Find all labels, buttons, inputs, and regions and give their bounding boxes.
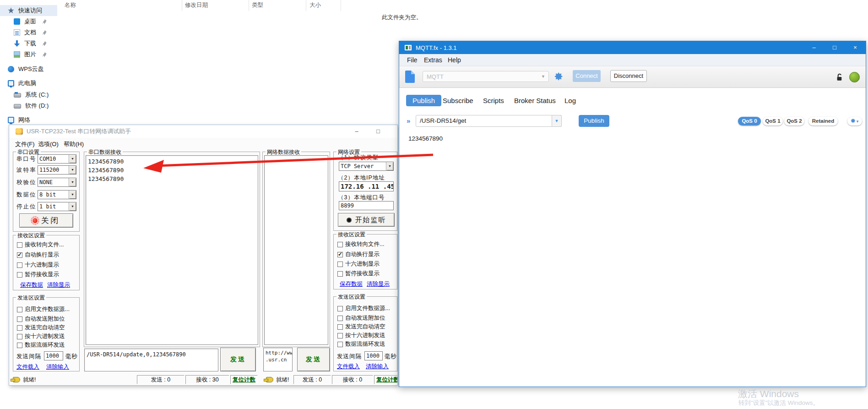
sidebar-item-pictures[interactable]: 图片 bbox=[0, 49, 57, 60]
checkbox-icon[interactable] bbox=[17, 325, 22, 331]
qos2-button[interactable]: QoS 2 bbox=[784, 117, 804, 125]
serial-send-input[interactable]: /USR-DR514/update,0,1234567890 bbox=[84, 349, 218, 371]
checkbox-icon[interactable] bbox=[17, 262, 22, 268]
data-bits-select[interactable]: 8 bit▼ bbox=[38, 190, 76, 199]
usr-titlebar[interactable]: USR-TCP232-Test 串口转网络调试助手 bbox=[9, 125, 397, 138]
serial-reset-count-link[interactable]: 复位计数 bbox=[230, 375, 258, 384]
column-divider[interactable] bbox=[306, 0, 306, 11]
sidebar-item-quick-access[interactable]: 快速访问 bbox=[0, 5, 57, 16]
net-recv-textarea[interactable] bbox=[264, 155, 328, 345]
com-port-select[interactable]: COM10▼ bbox=[38, 154, 76, 164]
close-icon[interactable]: × bbox=[848, 43, 862, 52]
sidebar-item-this-pc[interactable]: 此电脑 bbox=[0, 78, 57, 89]
unlock-icon[interactable] bbox=[835, 73, 844, 82]
menu-file[interactable]: 文件(F) bbox=[15, 140, 35, 148]
clear-input-link[interactable]: 清除输入 bbox=[366, 363, 389, 371]
retained-button[interactable]: Retained bbox=[808, 117, 838, 125]
load-file-link[interactable]: 文件载入 bbox=[16, 363, 39, 371]
parity-select[interactable]: NONE▼ bbox=[38, 178, 76, 187]
loop-send-checkbox[interactable]: 数据流循环发送 bbox=[337, 341, 385, 348]
checkbox-icon[interactable] bbox=[337, 262, 343, 267]
sidebar-item-network[interactable]: 网络 bbox=[0, 115, 57, 125]
tab-publish[interactable]: Publish bbox=[406, 95, 441, 106]
save-data-link[interactable]: 保存数据 bbox=[20, 281, 43, 289]
recv-to-file-checkbox[interactable]: 接收转向文件... bbox=[17, 241, 64, 248]
menu-file[interactable]: File bbox=[407, 56, 418, 64]
gear-icon[interactable] bbox=[553, 72, 563, 82]
local-ip-input[interactable]: 172.16 .11 .45 bbox=[339, 181, 394, 191]
close-port-button[interactable]: 关闭 bbox=[19, 213, 73, 228]
serial-send-button[interactable]: 发送 bbox=[220, 348, 256, 371]
clear-input-link[interactable]: 清除输入 bbox=[46, 363, 69, 371]
maximize-icon[interactable]: □ bbox=[371, 128, 385, 136]
new-profile-icon[interactable] bbox=[405, 71, 415, 83]
topic-dropdown-button[interactable]: ▼ bbox=[552, 115, 562, 127]
sidebar-item-desktop[interactable]: 桌面 bbox=[0, 16, 57, 27]
chevron-down-icon[interactable]: ▼ bbox=[69, 155, 76, 163]
send-as-hex-checkbox[interactable]: 按十六进制发送 bbox=[337, 332, 385, 339]
sidebar-item-drive-d[interactable]: 软件 (D:) bbox=[0, 100, 57, 111]
load-file-link[interactable]: 文件载入 bbox=[337, 363, 360, 371]
clear-after-send-checkbox[interactable]: 发送完自动清空 bbox=[17, 324, 65, 331]
auto-send-append-checkbox[interactable]: 自动发送附加位 bbox=[337, 315, 385, 322]
recv-to-file-checkbox[interactable]: 接收转向文件... bbox=[337, 241, 384, 248]
menu-help[interactable]: Help bbox=[448, 56, 461, 64]
profile-select[interactable]: MQTT ▼ bbox=[423, 71, 549, 82]
baud-rate-select[interactable]: 115200▼ bbox=[38, 165, 76, 175]
file-data-source-checkbox[interactable]: 启用文件数据源... bbox=[337, 305, 390, 312]
hex-display-checkbox[interactable]: 十六进制显示 bbox=[337, 261, 380, 267]
auto-wrap-checkbox[interactable]: 自动换行显示 bbox=[17, 251, 59, 258]
chevron-down-icon[interactable]: ▼ bbox=[69, 178, 76, 186]
topic-input[interactable]: /USR-DR514/get bbox=[416, 115, 552, 127]
column-divider[interactable] bbox=[249, 0, 249, 11]
clear-display-link[interactable]: 清除显示 bbox=[367, 280, 390, 288]
menu-extras[interactable]: Extras bbox=[424, 56, 442, 64]
hex-display-checkbox[interactable]: 十六进制显示 bbox=[17, 262, 59, 268]
checkbox-icon[interactable] bbox=[337, 271, 343, 277]
net-send-input[interactable]: http://www .usr.cn bbox=[263, 348, 293, 371]
chevron-down-icon[interactable]: ▼ bbox=[69, 202, 76, 211]
column-modified[interactable]: 修改日期 bbox=[185, 1, 208, 9]
checkbox-icon[interactable] bbox=[17, 334, 22, 339]
close-icon[interactable]: × bbox=[393, 128, 398, 136]
checkbox-icon[interactable] bbox=[337, 316, 343, 321]
sidebar-item-drive-c[interactable]: 系统 (C:) bbox=[0, 89, 57, 100]
send-interval-input[interactable]: 1000 bbox=[364, 351, 383, 360]
column-type[interactable]: 类型 bbox=[252, 1, 263, 9]
start-listen-button[interactable]: 开始监听 bbox=[338, 213, 395, 227]
tab-scripts[interactable]: Scripts bbox=[483, 97, 504, 104]
qos0-button[interactable]: QoS 0 bbox=[738, 117, 761, 125]
protocol-select[interactable]: TCP Server▼ bbox=[339, 162, 394, 171]
checkbox-icon[interactable] bbox=[17, 252, 22, 258]
checkbox-icon[interactable] bbox=[337, 324, 343, 330]
sidebar-item-wps-cloud[interactable]: WPS云盘 bbox=[0, 64, 57, 75]
column-size[interactable]: 大小 bbox=[309, 1, 321, 9]
checkbox-icon[interactable] bbox=[337, 306, 343, 311]
tab-subscribe[interactable]: Subscribe bbox=[443, 97, 473, 104]
net-send-button[interactable]: 发送 bbox=[297, 348, 330, 371]
column-divider[interactable] bbox=[182, 0, 182, 11]
checkbox-icon[interactable] bbox=[17, 316, 22, 322]
sidebar-item-documents[interactable]: 文档 bbox=[0, 27, 57, 38]
checkbox-icon[interactable] bbox=[17, 242, 22, 248]
menu-options[interactable]: 选项(O) bbox=[38, 140, 59, 148]
checkbox-icon[interactable] bbox=[17, 343, 22, 348]
checkbox-icon[interactable] bbox=[337, 333, 343, 338]
chevron-down-icon[interactable]: ▼ bbox=[386, 162, 393, 170]
net-reset-count-link[interactable]: 复位计数 bbox=[374, 375, 398, 384]
chevron-right-icon[interactable]: » bbox=[407, 117, 410, 125]
auto-wrap-checkbox[interactable]: 自动换行显示 bbox=[337, 251, 380, 258]
auto-send-append-checkbox[interactable]: 自动发送附加位 bbox=[17, 316, 65, 322]
clear-display-link[interactable]: 清除显示 bbox=[47, 281, 70, 289]
connect-button[interactable]: Connect bbox=[573, 70, 601, 82]
send-as-hex-checkbox[interactable]: 按十六进制发送 bbox=[17, 333, 65, 340]
publish-message-text[interactable]: 1234567890 bbox=[408, 135, 443, 142]
checkbox-icon[interactable] bbox=[337, 242, 343, 247]
loop-send-checkbox[interactable]: 数据流循环发送 bbox=[17, 342, 65, 349]
publish-options-button[interactable]: ▼ bbox=[847, 117, 862, 125]
mqtt-titlebar[interactable]: MQTT.fx - 1.3.1 bbox=[399, 41, 866, 54]
checkbox-icon[interactable] bbox=[17, 272, 22, 278]
checkbox-icon[interactable] bbox=[17, 307, 22, 312]
menu-help[interactable]: 帮助(H) bbox=[64, 140, 84, 148]
sidebar-item-downloads[interactable]: 下载 bbox=[0, 38, 57, 49]
